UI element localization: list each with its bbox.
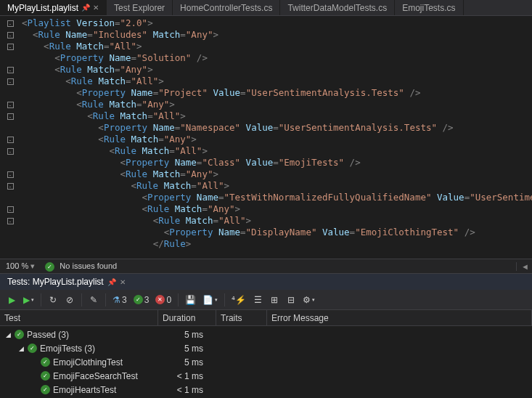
column-traits[interactable]: Traits bbox=[216, 310, 267, 325]
tab-twitterdatamodeltests-cs[interactable]: TwitterDataModelTests.cs bbox=[280, 0, 395, 15]
test-label: EmojiHeartsTest bbox=[53, 385, 116, 395]
filter-total-button[interactable]: ⚗ 3 bbox=[110, 292, 129, 308]
tool-window-tabstrip: Tests: MyPlayList.playlist 📌 ✕ bbox=[0, 274, 532, 290]
fold-toggle[interactable]: - bbox=[7, 183, 14, 190]
count-total: 3 bbox=[122, 295, 127, 305]
pass-icon: ✓ bbox=[134, 295, 143, 304]
tab-homecontrollertests-cs[interactable]: HomeControllerTests.cs bbox=[173, 0, 280, 15]
column-duration[interactable]: Duration bbox=[158, 310, 216, 325]
fold-toggle[interactable]: - bbox=[7, 171, 14, 178]
chevron-down-icon[interactable]: ◢ bbox=[17, 345, 25, 352]
code-line[interactable]: <Property Name="Namespace" Value="UserSe… bbox=[22, 122, 532, 134]
code-line[interactable]: <Rule Match="Any"> bbox=[22, 203, 532, 215]
fold-toggle[interactable]: - bbox=[7, 20, 14, 27]
tab-myplaylist-playlist[interactable]: MyPlayList.playlist📌✕ bbox=[0, 0, 107, 15]
code-line[interactable]: <Rule Match="All"> bbox=[22, 41, 532, 52]
filter-failed-button[interactable]: ✕ 0 bbox=[153, 292, 173, 308]
test-row[interactable]: ✓EmojiFaceSearchTest< 1 ms bbox=[0, 369, 532, 383]
code-line[interactable]: <Playlist Version="2.0"> bbox=[22, 17, 532, 29]
tab-test-explorer[interactable]: Test Explorer bbox=[107, 0, 173, 15]
code-line[interactable]: <Property Name="TestWithNormalizedFullyQ… bbox=[22, 192, 532, 203]
pin-icon[interactable]: 📌 bbox=[107, 278, 116, 286]
tab-tests-playlist[interactable]: Tests: MyPlayList.playlist 📌 ✕ bbox=[0, 275, 133, 289]
test-duration: < 1 ms bbox=[158, 385, 216, 395]
scroll-left-arrow[interactable]: ◄ bbox=[516, 262, 526, 271]
fold-toggle[interactable]: - bbox=[7, 113, 14, 120]
expand-button[interactable]: ⊞ bbox=[267, 292, 282, 308]
column-test[interactable]: Test bbox=[0, 310, 158, 325]
fold-toggle[interactable]: - bbox=[7, 78, 14, 85]
fold-toggle[interactable]: - bbox=[7, 67, 14, 73]
test-duration: 5 ms bbox=[158, 357, 216, 367]
test-label: EmojiTests (3) bbox=[40, 344, 95, 354]
issues-indicator[interactable]: ✓ No issues found bbox=[45, 261, 117, 272]
issues-text: No issues found bbox=[60, 261, 117, 270]
flask-icon: ⚗ bbox=[112, 295, 120, 305]
count-failed: 0 bbox=[166, 295, 171, 305]
test-row[interactable]: ✓EmojiHeartsTest< 1 ms bbox=[0, 383, 532, 397]
run-button[interactable]: ▶▾ bbox=[21, 292, 36, 308]
chevron-down-icon[interactable]: ◢ bbox=[4, 331, 12, 338]
code-line[interactable]: <Property Name="DisplayName" Value="Emoj… bbox=[22, 227, 532, 238]
grouping-button[interactable]: ☰ bbox=[250, 292, 265, 308]
repeat-button[interactable]: ↻ bbox=[46, 292, 60, 308]
test-label: EmojiClothingTest bbox=[53, 357, 123, 367]
code-line[interactable]: <Rule Name="Includes" Match="Any"> bbox=[22, 29, 532, 41]
code-line[interactable]: <Rule Match="All"> bbox=[22, 180, 532, 192]
code-line[interactable]: <Rule Match="All"> bbox=[22, 110, 532, 122]
fold-gutter[interactable]: ------------- bbox=[0, 16, 20, 259]
document-tabstrip: MyPlayList.playlist📌✕Test ExplorerHomeCo… bbox=[0, 0, 532, 16]
code-line[interactable]: <Rule Match="All"> bbox=[22, 145, 532, 157]
code-line[interactable]: <Rule Match="Any"> bbox=[22, 64, 532, 76]
fold-toggle[interactable]: - bbox=[7, 102, 14, 108]
test-tree[interactable]: ◢✓Passed (3)5 ms◢✓EmojiTests (3)5 ms✓Emo… bbox=[0, 326, 532, 398]
code-line[interactable]: <Rule Match="All"> bbox=[22, 76, 532, 87]
code-line[interactable]: </Rule> bbox=[22, 238, 532, 250]
test-duration: < 1 ms bbox=[158, 371, 216, 381]
code-line[interactable]: <Rule Match="Any"> bbox=[22, 168, 532, 180]
playlist-button[interactable]: 📄▾ bbox=[200, 292, 220, 308]
collapse-button[interactable]: ⊟ bbox=[284, 292, 298, 308]
run-all-button[interactable]: ▶ bbox=[4, 292, 19, 308]
check-icon: ✓ bbox=[45, 262, 54, 272]
fold-toggle[interactable]: - bbox=[7, 148, 14, 155]
save-playlist-button[interactable]: 💾 bbox=[183, 292, 198, 308]
test-explorer-toolbar: ▶ ▶▾ ↻ ⊘ ✎ ⚗ 3 ✓ 3 ✕ 0 💾 📄▾ ⁴⚡ ☰ ⊞ ⊟ ⚙▾ bbox=[0, 290, 532, 310]
fold-toggle[interactable]: - bbox=[7, 218, 14, 224]
test-row[interactable]: ✓EmojiClothingTest5 ms bbox=[0, 355, 532, 369]
code-body[interactable]: <Playlist Version="2.0"> <Rule Name="Inc… bbox=[20, 16, 532, 259]
fold-toggle[interactable]: - bbox=[7, 206, 14, 213]
editor-status-bar: 100 % ✓ No issues found ◄ bbox=[0, 259, 532, 274]
settings-button[interactable]: ⚙▾ bbox=[300, 292, 317, 308]
tab-label: Tests: MyPlayList.playlist bbox=[7, 277, 104, 287]
code-line[interactable]: <Rule Match="Any"> bbox=[22, 99, 532, 110]
column-error[interactable]: Error Message bbox=[267, 310, 532, 325]
pass-icon: ✓ bbox=[41, 371, 50, 381]
code-line[interactable]: <Property Name="Class" Value="EmojiTests… bbox=[22, 157, 532, 168]
code-line[interactable]: <Rule Match="Any"> bbox=[22, 134, 532, 145]
pass-icon: ✓ bbox=[28, 344, 37, 353]
code-line[interactable]: <Property Name="Solution" /> bbox=[22, 52, 532, 64]
test-row[interactable]: ◢✓EmojiTests (3)5 ms bbox=[0, 341, 532, 355]
code-line[interactable]: <Rule Match="All"> bbox=[22, 215, 532, 227]
test-row[interactable]: ◢✓Passed (3)5 ms bbox=[0, 328, 532, 341]
close-icon[interactable]: ✕ bbox=[120, 278, 126, 286]
pass-icon: ✓ bbox=[41, 357, 50, 367]
pin-icon[interactable]: 📌 bbox=[81, 4, 90, 12]
filter-passed-button[interactable]: ✓ 3 bbox=[131, 292, 152, 308]
test-grid-header: Test Duration Traits Error Message bbox=[0, 310, 532, 326]
test-label: Passed (3) bbox=[27, 330, 69, 340]
fail-icon: ✕ bbox=[155, 295, 165, 304]
code-editor[interactable]: ------------- <Playlist Version="2.0"> <… bbox=[0, 16, 532, 259]
run-after-build-button[interactable]: ⁴⚡ bbox=[229, 292, 248, 308]
fold-toggle[interactable]: - bbox=[7, 32, 14, 38]
clear-button[interactable]: ⊘ bbox=[62, 292, 77, 308]
code-line[interactable]: <Property Name="Project" Value="UserSent… bbox=[22, 87, 532, 99]
fold-toggle[interactable]: - bbox=[7, 44, 14, 50]
test-duration: 5 ms bbox=[158, 344, 216, 354]
zoom-dropdown[interactable]: 100 % bbox=[6, 261, 35, 271]
edit-playlist-button[interactable]: ✎ bbox=[86, 292, 101, 308]
close-icon[interactable]: ✕ bbox=[93, 4, 99, 12]
fold-toggle[interactable]: - bbox=[7, 137, 14, 143]
tab-emojitests-cs[interactable]: EmojiTests.cs bbox=[395, 0, 463, 15]
